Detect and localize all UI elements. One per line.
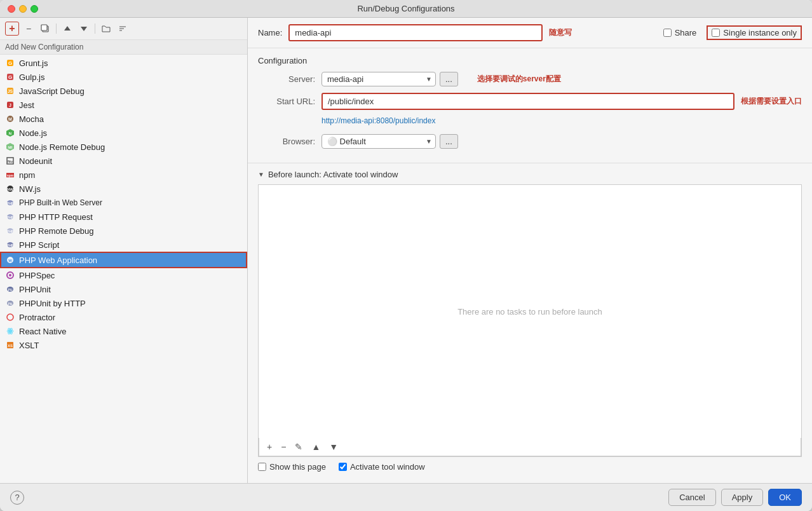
move-down-button[interactable] [77, 22, 91, 36]
move-up-button[interactable] [60, 22, 74, 36]
svg-text:G: G [8, 60, 12, 66]
svg-text:PHP: PHP [7, 201, 14, 205]
protractor-icon [5, 312, 15, 322]
launch-toolbar: + − ✎ ▲ ▼ [259, 438, 801, 456]
list-item[interactable]: NW NW.js [0, 182, 247, 196]
launch-remove-button[interactable]: − [278, 440, 288, 453]
left-panel: 点击此处 + − [0, 18, 248, 483]
list-item[interactable]: Protractor [0, 310, 247, 324]
php-web-app-icon: W [5, 255, 15, 265]
help-button[interactable]: ? [10, 491, 24, 505]
launch-up-button[interactable]: ▲ [309, 440, 323, 453]
svg-marker-3 [81, 27, 87, 31]
maximize-button[interactable] [30, 5, 38, 13]
list-item[interactable]: Nu Nodeunit [0, 154, 247, 168]
add-config-button[interactable]: + [5, 22, 19, 36]
single-instance-row[interactable]: Single instance only [707, 25, 802, 40]
show-page-checkbox[interactable] [258, 463, 266, 471]
ok-button[interactable]: OK [768, 489, 802, 506]
browser-select[interactable]: ⚪ Default [321, 134, 436, 149]
share-checkbox-row[interactable]: Share [663, 28, 697, 37]
launch-edit-button[interactable]: ✎ [292, 440, 305, 453]
phpspec-icon [5, 270, 15, 280]
server-select-row: media-api ▼ ... [321, 72, 458, 86]
share-checkbox[interactable] [663, 29, 672, 37]
list-item[interactable]: PH PHPUnit by HTTP [0, 296, 247, 310]
php-script-icon: PHP [5, 240, 15, 250]
server-select[interactable]: media-api [321, 72, 436, 86]
php-http-icon: PHP [5, 212, 15, 222]
server-dots-button[interactable]: ... [440, 72, 458, 86]
list-header: Add New Configuration [0, 40, 247, 55]
php-builtin-icon: PHP [5, 198, 15, 208]
activate-tool-checkbox[interactable] [339, 463, 347, 471]
svg-text:PH: PH [8, 302, 13, 306]
list-item[interactable]: G Gulp.js [0, 70, 247, 84]
activate-tool-label: Activate tool window [350, 462, 425, 472]
launch-empty-text: There are no tasks to run before launch [457, 307, 602, 317]
close-button[interactable] [8, 5, 15, 13]
svg-text:XS: XS [8, 344, 13, 348]
list-item[interactable]: PHP PHP Remote Debug [0, 224, 247, 238]
xslt-icon: XS [5, 340, 15, 350]
svg-text:NW: NW [7, 187, 13, 191]
toolbar-sep2 [95, 24, 95, 34]
cancel-button[interactable]: Cancel [668, 489, 715, 506]
browser-select-row: ⚪ Default ▼ ... [321, 134, 458, 149]
list-item[interactable]: PHP PHP Script [0, 238, 247, 252]
grunt-icon: G [5, 58, 15, 68]
single-instance-checkbox[interactable] [712, 29, 720, 37]
list-item[interactable]: N Node.js [0, 126, 247, 140]
show-page-row[interactable]: Show this page [258, 462, 326, 472]
list-item[interactable]: JS JavaScript Debug [0, 84, 247, 98]
folder-button[interactable] [99, 22, 113, 36]
name-input[interactable] [288, 24, 543, 41]
list-item[interactable]: J Jest [0, 98, 247, 112]
activate-tool-row[interactable]: Activate tool window [339, 462, 425, 472]
phpunit-http-icon: PH [5, 298, 15, 308]
nodejs-remote-icon: NR [5, 142, 15, 152]
svg-point-47 [10, 330, 11, 332]
start-url-row: Start URL: 根据需要设置入口 http://media-api:808… [258, 93, 802, 128]
browser-dots-button[interactable]: ... [440, 134, 458, 149]
list-item[interactable]: M Mocha [0, 112, 247, 126]
copy-config-button[interactable] [38, 22, 52, 36]
start-url-label: Start URL: [258, 97, 315, 106]
share-options: Share Single instance only [663, 25, 802, 40]
list-item[interactable]: PU PHPUnit [0, 282, 247, 296]
apply-button[interactable]: Apply [721, 489, 764, 506]
dialog-footer: ? Cancel Apply OK [0, 483, 812, 511]
list-item[interactable]: XS XSLT [0, 338, 247, 352]
start-url-input[interactable] [321, 93, 734, 110]
list-item-php-web-app[interactable]: W PHP Web Application ◀ 选中 [0, 252, 247, 268]
list-item[interactable]: PHP PHP Built-in Web Server [0, 196, 247, 210]
name-annotation: 随意写 [549, 27, 572, 38]
sort-button[interactable] [116, 22, 130, 36]
list-item[interactable]: PHP PHP HTTP Request [0, 210, 247, 224]
list-item-react-native[interactable]: React Native [0, 324, 247, 338]
launch-down-button[interactable]: ▼ [327, 440, 341, 453]
list-item[interactable]: G Grunt.js [0, 56, 247, 70]
svg-text:PHP: PHP [7, 243, 14, 247]
svg-point-38 [9, 274, 11, 276]
svg-text:N: N [9, 132, 11, 135]
list-item[interactable]: PHPSpec [0, 268, 247, 282]
minimize-button[interactable] [19, 5, 27, 13]
launch-inner: There are no tasks to run before launch … [258, 184, 802, 457]
npm-icon: npm [5, 170, 15, 180]
remove-config-button[interactable]: − [22, 22, 36, 36]
list-item[interactable]: NR Node.js Remote Debug [0, 140, 247, 154]
resolved-url-link[interactable]: http://media-api:8080/public/index [321, 116, 435, 125]
jsdebug-icon: JS [5, 86, 15, 96]
footer-buttons: Cancel Apply OK [668, 489, 802, 506]
collapse-arrow-icon[interactable]: ▼ [258, 171, 264, 178]
browser-select-wrapper: ⚪ Default ▼ [321, 134, 436, 149]
left-toolbar: 点击此处 + − [0, 18, 247, 40]
launch-add-button[interactable]: + [264, 440, 274, 453]
traffic-lights [8, 5, 38, 13]
svg-text:PHP: PHP [7, 215, 14, 219]
launch-section: ▼ Before launch: Activate tool window Th… [248, 163, 812, 483]
list-item[interactable]: npm npm [0, 168, 247, 182]
launch-header: ▼ Before launch: Activate tool window [258, 170, 802, 179]
options-row: Show this page Activate tool window [258, 457, 802, 477]
